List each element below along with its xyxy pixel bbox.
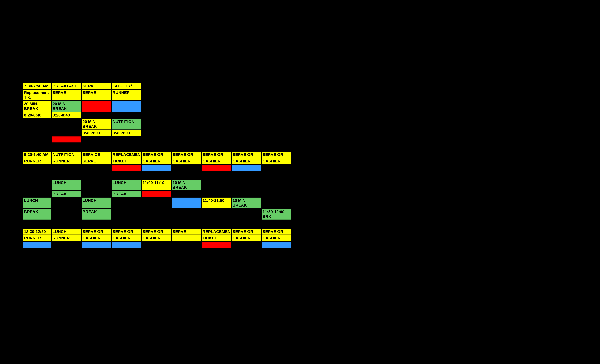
20min-break-1: 20 MIN. BREAK bbox=[23, 101, 51, 112]
cashier-m5: CASHIER bbox=[262, 158, 291, 164]
serve-4: SERVE bbox=[171, 228, 201, 235]
20min-break-3: 20 MIN. BREAK bbox=[81, 118, 112, 130]
blue-bar-7 bbox=[112, 241, 141, 248]
break-4: BREAK bbox=[81, 209, 112, 220]
10min-break-2: 10 MIN BREAK bbox=[231, 197, 262, 209]
time-8-20-2: 8:20-8:40 bbox=[51, 112, 81, 118]
time-8-40-2: 8:40-9:00 bbox=[112, 130, 141, 136]
runner-2: RUNNER bbox=[23, 158, 51, 164]
service-label: SERVICE bbox=[81, 83, 112, 89]
ticket-2: TICKET bbox=[201, 235, 231, 241]
time-8-40: 8:40-9:00 bbox=[81, 130, 112, 136]
break-1: BREAK bbox=[51, 191, 81, 197]
lunch-row-4: BREAK BREAK 11:50-12:00 BRK bbox=[23, 209, 291, 220]
runner-3: RUNNER bbox=[51, 158, 81, 164]
cashier-m2: CASHIER bbox=[171, 158, 201, 164]
blue-bar-5 bbox=[23, 241, 51, 248]
cashier-m3: CASHIER bbox=[201, 158, 231, 164]
red-bar-1 bbox=[81, 101, 112, 112]
nutrition-label: NUTRITION bbox=[112, 118, 141, 130]
replacement-label: REPLACEMENT bbox=[112, 151, 141, 158]
time-11-00: 11:00-11:10 bbox=[141, 179, 171, 191]
morning-row-1: 9:20-9:40 AM NUTRITION SERVICE REPLACEME… bbox=[23, 151, 291, 158]
breakfast-row-2: Replacement Tik. SERVE SERVE RUNNER bbox=[23, 89, 291, 101]
break-2: BREAK bbox=[112, 191, 141, 197]
10min-break-1: 10 MIN BREAK bbox=[171, 179, 201, 191]
11-50-brk: 11:50-12:00 BRK bbox=[262, 209, 291, 220]
serve-or-1: SERVE OR bbox=[141, 151, 171, 158]
serve-empty bbox=[171, 235, 201, 241]
lunch-break-4: LUNCH bbox=[81, 197, 112, 209]
serve-or-2: SERVE OR bbox=[171, 151, 201, 158]
serve-or-4: SERVE OR bbox=[231, 151, 262, 158]
cashier-a1: CASHIER bbox=[81, 235, 112, 241]
lunch-break-section: LUNCH LUNCH 11:00-11:10 10 MIN BREAK BRE… bbox=[23, 179, 291, 220]
blue-bar-8 bbox=[262, 241, 291, 248]
breakfast-row-4: 8:20-8:40 8:20-8:40 bbox=[23, 112, 291, 118]
afternoon-row-2: RUNNER RUNNER CASHIER CASHIER CASHIER TI… bbox=[23, 235, 291, 241]
break-3: BREAK bbox=[23, 209, 51, 220]
afternoon-row-1: 12:30-12:50 LUNCH SERVE OR SERVE OR SERV… bbox=[23, 228, 291, 235]
runner-5: RUNNER bbox=[51, 235, 81, 241]
afternoon-section: 12:30-12:50 LUNCH SERVE OR SERVE OR SERV… bbox=[23, 228, 291, 248]
afternoon-row-3 bbox=[23, 241, 291, 248]
breakfast-label: BREAKFAST bbox=[51, 83, 81, 89]
lunch-row-3: LUNCH LUNCH 11:40-11:50 10 MIN BREAK bbox=[23, 197, 291, 209]
breakfast-row-3: 20 MIN. BREAK 20 MIN BREAK bbox=[23, 101, 291, 112]
breakfast-row-1: 7:30-7:50 AM BREAKFAST SERVICE FACULTY/ bbox=[23, 83, 291, 89]
cashier-a3: CASHIER bbox=[141, 235, 171, 241]
red-bar-4 bbox=[201, 164, 231, 171]
lunch-break-1: LUNCH bbox=[51, 179, 81, 191]
red-bar-3 bbox=[112, 164, 141, 171]
lunch-3: LUNCH bbox=[51, 228, 81, 235]
blue-bar-6 bbox=[81, 241, 112, 248]
blue-bar-2 bbox=[141, 164, 171, 171]
serve-or-10: SERVE OR bbox=[262, 228, 291, 235]
20min-break-2: 20 MIN BREAK bbox=[51, 101, 81, 112]
cashier-m1: CASHIER bbox=[141, 158, 171, 164]
blue-bar-4 bbox=[171, 197, 201, 209]
cashier-a4: CASHIER bbox=[231, 235, 262, 241]
runner-label: RUNNER bbox=[112, 89, 141, 101]
ticket-1: TICKET bbox=[112, 158, 141, 164]
serve-or-5: SERVE OR bbox=[262, 151, 291, 158]
time-8-20: 8:20-8:40 bbox=[23, 112, 51, 118]
nutrition-2: NUTRITION bbox=[51, 151, 81, 158]
breakfast-row-5: 20 MIN. BREAK NUTRITION bbox=[23, 118, 291, 130]
morning-section: 9:20-9:40 AM NUTRITION SERVICE REPLACEME… bbox=[23, 151, 291, 171]
red-bar-2 bbox=[51, 136, 81, 143]
lunch-break-3: LUNCH bbox=[23, 197, 51, 209]
service-2: SERVICE bbox=[81, 151, 112, 158]
serve-or-6: SERVE OR bbox=[81, 228, 112, 235]
lunch-row-2: BREAK BREAK bbox=[23, 191, 291, 197]
schedule-container: 7:30-7:50 AM BREAKFAST SERVICE FACULTY/ … bbox=[23, 83, 291, 254]
breakfast-section: 7:30-7:50 AM BREAKFAST SERVICE FACULTY/ … bbox=[23, 83, 291, 143]
serve-or-3: SERVE OR bbox=[201, 151, 231, 158]
serve-2: SERVE bbox=[81, 89, 112, 101]
morning-row-2: RUNNER RUNNER SERVE TICKET CASHIER CASHI… bbox=[23, 158, 291, 164]
replacement-tik: Replacement Tik. bbox=[23, 89, 51, 101]
replacement-2: REPLACEMENT bbox=[201, 228, 231, 235]
serve-or-8: SERVE OR bbox=[141, 228, 171, 235]
cashier-m4: CASHIER bbox=[231, 158, 262, 164]
cashier-a2: CASHIER bbox=[112, 235, 141, 241]
lunch-row-1: LUNCH LUNCH 11:00-11:10 10 MIN BREAK bbox=[23, 179, 291, 191]
blue-bar-3 bbox=[231, 164, 262, 171]
faculty-label: FACULTY/ bbox=[112, 83, 141, 89]
breakfast-row-6: 8:40-9:00 8:40-9:00 bbox=[23, 130, 291, 136]
serve-1: SERVE bbox=[51, 89, 81, 101]
red-bar-5 bbox=[141, 191, 171, 197]
cashier-a5: CASHIER bbox=[262, 235, 291, 241]
time-11-40: 11:40-11:50 bbox=[201, 197, 231, 209]
serve-or-7: SERVE OR bbox=[112, 228, 141, 235]
breakfast-row-7 bbox=[23, 136, 291, 143]
serve-3: SERVE bbox=[81, 158, 112, 164]
time-7-30: 7:30-7:50 AM bbox=[23, 83, 51, 89]
blue-bar-1 bbox=[112, 101, 141, 112]
time-9-20: 9:20-9:40 AM bbox=[23, 151, 51, 158]
red-bar-6 bbox=[201, 241, 231, 248]
time-12-30: 12:30-12:50 bbox=[23, 228, 51, 235]
morning-row-3 bbox=[23, 164, 291, 171]
lunch-break-2: LUNCH bbox=[112, 179, 141, 191]
serve-or-9: SERVE OR bbox=[231, 228, 262, 235]
